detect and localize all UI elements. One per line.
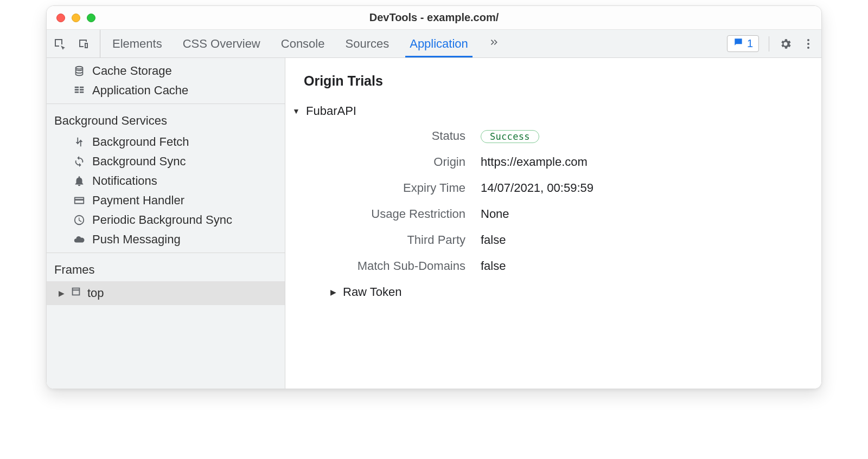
devtools-body: Cache Storage Application Cache Backgrou… <box>47 58 821 389</box>
sidebar-item-notifications[interactable]: Notifications <box>47 171 285 191</box>
frame-label: top <box>87 286 104 300</box>
titlebar: DevTools - example.com/ <box>47 6 821 30</box>
sync-icon <box>73 155 86 168</box>
devtools-tabbar: Elements CSS Overview Console Sources Ap… <box>47 30 821 58</box>
sidebar-item-background-fetch[interactable]: Background Fetch <box>47 132 285 152</box>
tab-label: Elements <box>112 37 162 51</box>
sidebar-item-application-cache[interactable]: Application Cache <box>47 81 285 100</box>
section-heading: Frames <box>47 256 285 281</box>
label-third-party: Third Party <box>329 233 481 247</box>
minimize-window-button[interactable] <box>72 14 80 22</box>
tab-application[interactable]: Application <box>410 30 468 57</box>
value-usage-restriction: None <box>481 207 509 221</box>
tab-label: Sources <box>345 37 389 51</box>
tab-label: Console <box>281 37 325 51</box>
triangle-right-icon: ▶ <box>59 289 65 298</box>
label-origin: Origin <box>329 155 481 169</box>
tab-label: CSS Overview <box>183 37 260 51</box>
label-expiry: Expiry Time <box>329 181 481 195</box>
sidebar-item-label: Payment Handler <box>92 193 184 208</box>
value-origin: https://example.com <box>481 155 588 169</box>
raw-token-label: Raw Token <box>343 285 401 299</box>
panel-heading: Origin Trials <box>304 73 803 89</box>
issues-badge[interactable]: 1 <box>727 35 759 52</box>
sidebar-item-background-sync[interactable]: Background Sync <box>47 152 285 171</box>
trial-row[interactable]: ▼ FubarAPI <box>292 104 803 118</box>
frames-section: Frames ▶ top <box>47 253 285 389</box>
grid-icon <box>73 84 86 97</box>
tab-sources[interactable]: Sources <box>345 30 389 57</box>
frame-item-top[interactable]: ▶ top <box>47 281 285 305</box>
devtools-window: DevTools - example.com/ Elements CSS Ove… <box>46 5 822 389</box>
tab-console[interactable]: Console <box>281 30 325 57</box>
value-match-sub-domains: false <box>481 259 506 273</box>
credit-card-icon <box>73 194 86 207</box>
value-third-party: false <box>481 233 506 247</box>
section-heading: Background Services <box>47 107 285 132</box>
trial-name: FubarAPI <box>306 104 356 118</box>
label-usage-restriction: Usage Restriction <box>329 207 481 221</box>
background-services-section: Background Services Background Fetch Bac… <box>47 104 285 253</box>
frame-icon <box>70 286 82 301</box>
devtools-tabs: Elements CSS Overview Console Sources Ap… <box>112 30 500 57</box>
triangle-down-icon: ▼ <box>292 107 301 115</box>
issues-count: 1 <box>747 37 753 50</box>
sidebar-item-cache-storage[interactable]: Cache Storage <box>47 61 285 81</box>
label-status: Status <box>329 129 481 143</box>
transfer-icon <box>73 135 86 148</box>
svg-point-0 <box>807 39 809 41</box>
sidebar-item-label: Notifications <box>92 174 157 188</box>
tab-css-overview[interactable]: CSS Overview <box>183 30 260 57</box>
label-match-sub-domains: Match Sub-Domains <box>329 259 481 273</box>
cache-section: Cache Storage Application Cache <box>47 58 285 104</box>
message-icon <box>733 37 744 50</box>
sidebar-item-label: Application Cache <box>92 83 188 98</box>
sidebar-item-periodic-background-sync[interactable]: Periodic Background Sync <box>47 210 285 230</box>
origin-trials-panel: Origin Trials ▼ FubarAPI Status Success … <box>285 58 821 389</box>
window-controls <box>56 14 95 22</box>
sidebar-item-push-messaging[interactable]: Push Messaging <box>47 230 285 249</box>
triangle-right-icon: ▶ <box>329 288 337 296</box>
settings-icon[interactable] <box>779 37 792 50</box>
trial-details: Status Success Origin https://example.co… <box>329 129 803 273</box>
clock-icon <box>73 214 86 227</box>
device-toolbar-icon[interactable] <box>77 37 90 50</box>
maximize-window-button[interactable] <box>87 14 95 22</box>
kebab-menu-icon[interactable] <box>802 37 815 50</box>
application-sidebar: Cache Storage Application Cache Backgrou… <box>47 58 285 389</box>
svg-point-1 <box>807 43 809 45</box>
tab-label: Application <box>410 37 468 51</box>
bell-icon <box>73 174 86 188</box>
chevron-double-right-icon <box>489 37 500 51</box>
svg-point-2 <box>807 47 809 49</box>
sidebar-item-label: Cache Storage <box>92 64 172 78</box>
close-window-button[interactable] <box>56 14 65 22</box>
tab-elements[interactable]: Elements <box>112 30 162 57</box>
sidebar-item-label: Background Fetch <box>92 135 189 149</box>
cloud-icon <box>73 233 86 246</box>
sidebar-item-label: Push Messaging <box>92 232 181 247</box>
window-title: DevTools - example.com/ <box>369 11 499 24</box>
database-icon <box>73 64 86 77</box>
sidebar-item-label: Background Sync <box>92 154 186 169</box>
value-expiry: 14/07/2021, 00:59:59 <box>481 181 593 195</box>
divider <box>769 36 769 51</box>
sidebar-item-label: Periodic Background Sync <box>92 213 232 227</box>
tab-overflow[interactable] <box>489 30 500 57</box>
inspect-element-icon[interactable] <box>53 37 66 50</box>
sidebar-item-payment-handler[interactable]: Payment Handler <box>47 191 285 210</box>
raw-token-row[interactable]: ▶ Raw Token <box>329 285 803 299</box>
status-badge: Success <box>481 130 539 143</box>
